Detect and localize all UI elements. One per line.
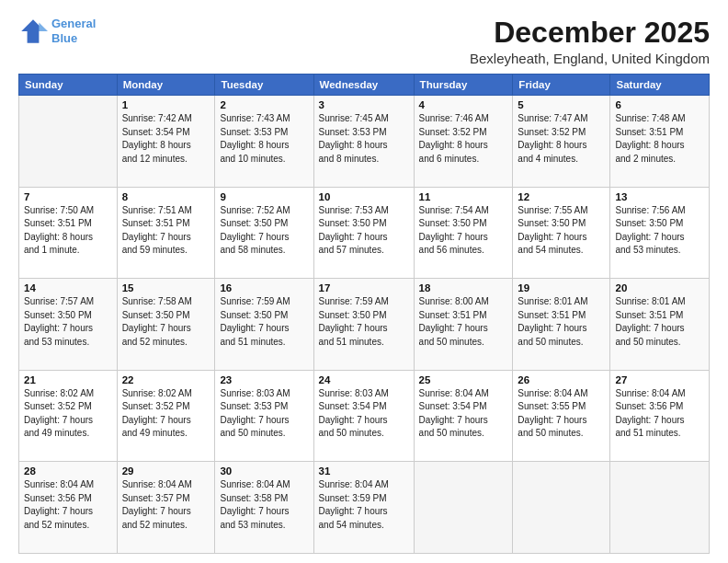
calendar-week-3: 21Sunrise: 8:02 AM Sunset: 3:52 PM Dayli…: [19, 370, 710, 462]
day-number: 28: [24, 465, 112, 477]
location: Bexleyheath, England, United Kingdom: [470, 51, 710, 66]
day-number: 6: [615, 99, 704, 110]
day-number: 16: [220, 282, 308, 293]
header: General Blue December 2025 Bexleyheath, …: [18, 17, 710, 66]
day-info: Sunrise: 7:53 AM Sunset: 3:50 PM Dayligh…: [319, 204, 409, 258]
day-number: 7: [24, 191, 112, 202]
day-number: 17: [319, 282, 409, 293]
day-info: Sunrise: 8:04 AM Sunset: 3:58 PM Dayligh…: [220, 478, 308, 532]
col-monday: Monday: [117, 75, 215, 96]
logo-icon: [18, 17, 48, 46]
day-number: 15: [122, 282, 210, 293]
day-number: 1: [122, 99, 210, 110]
calendar-cell: 10Sunrise: 7:53 AM Sunset: 3:50 PM Dayli…: [313, 187, 414, 279]
day-info: Sunrise: 8:04 AM Sunset: 3:56 PM Dayligh…: [24, 478, 112, 532]
day-number: 26: [518, 374, 605, 385]
day-info: Sunrise: 7:45 AM Sunset: 3:53 PM Dayligh…: [319, 112, 409, 166]
day-number: 3: [319, 99, 409, 110]
calendar-cell: 16Sunrise: 7:59 AM Sunset: 3:50 PM Dayli…: [215, 279, 313, 371]
svg-marker-1: [39, 22, 48, 31]
day-number: 10: [319, 191, 409, 202]
day-info: Sunrise: 7:56 AM Sunset: 3:50 PM Dayligh…: [615, 204, 704, 258]
day-info: Sunrise: 7:57 AM Sunset: 3:50 PM Dayligh…: [24, 295, 112, 349]
day-number: 31: [319, 465, 409, 477]
col-sunday: Sunday: [19, 75, 118, 96]
day-number: 27: [615, 374, 704, 385]
day-info: Sunrise: 8:02 AM Sunset: 3:52 PM Dayligh…: [122, 387, 210, 441]
day-info: Sunrise: 7:54 AM Sunset: 3:50 PM Dayligh…: [419, 204, 508, 258]
day-info: Sunrise: 7:59 AM Sunset: 3:50 PM Dayligh…: [319, 295, 409, 349]
day-number: 19: [518, 282, 605, 293]
day-number: 20: [615, 282, 704, 293]
calendar-cell: 2Sunrise: 7:43 AM Sunset: 3:53 PM Daylig…: [215, 96, 313, 188]
logo: General Blue: [18, 17, 96, 46]
calendar-cell: 6Sunrise: 7:48 AM Sunset: 3:51 PM Daylig…: [610, 96, 710, 188]
calendar-cell: 29Sunrise: 8:04 AM Sunset: 3:57 PM Dayli…: [117, 462, 215, 554]
day-info: Sunrise: 8:01 AM Sunset: 3:51 PM Dayligh…: [615, 295, 704, 349]
day-info: Sunrise: 7:42 AM Sunset: 3:54 PM Dayligh…: [122, 112, 210, 166]
day-info: Sunrise: 7:48 AM Sunset: 3:51 PM Dayligh…: [615, 112, 704, 166]
day-info: Sunrise: 8:02 AM Sunset: 3:52 PM Dayligh…: [24, 387, 112, 441]
calendar-cell: 30Sunrise: 8:04 AM Sunset: 3:58 PM Dayli…: [215, 462, 313, 554]
col-saturday: Saturday: [610, 75, 710, 96]
calendar-cell: 7Sunrise: 7:50 AM Sunset: 3:51 PM Daylig…: [19, 187, 118, 279]
day-info: Sunrise: 8:04 AM Sunset: 3:54 PM Dayligh…: [419, 387, 508, 441]
calendar-cell: 12Sunrise: 7:55 AM Sunset: 3:50 PM Dayli…: [513, 187, 610, 279]
day-info: Sunrise: 8:03 AM Sunset: 3:54 PM Dayligh…: [319, 387, 409, 441]
day-number: 25: [419, 374, 508, 385]
day-number: 21: [24, 374, 112, 385]
day-info: Sunrise: 7:55 AM Sunset: 3:50 PM Dayligh…: [518, 204, 605, 258]
calendar-cell: [610, 462, 710, 554]
month-title: December 2025: [470, 17, 710, 49]
logo-line1: General: [51, 17, 96, 30]
calendar-cell: 1Sunrise: 7:42 AM Sunset: 3:54 PM Daylig…: [117, 96, 215, 188]
day-info: Sunrise: 7:51 AM Sunset: 3:51 PM Dayligh…: [122, 204, 210, 258]
calendar-cell: 9Sunrise: 7:52 AM Sunset: 3:50 PM Daylig…: [215, 187, 313, 279]
day-info: Sunrise: 8:04 AM Sunset: 3:56 PM Dayligh…: [615, 387, 704, 441]
day-info: Sunrise: 8:04 AM Sunset: 3:55 PM Dayligh…: [518, 387, 605, 441]
calendar-week-1: 7Sunrise: 7:50 AM Sunset: 3:51 PM Daylig…: [19, 187, 710, 279]
header-row: Sunday Monday Tuesday Wednesday Thursday…: [19, 75, 710, 96]
col-wednesday: Wednesday: [313, 75, 414, 96]
calendar-week-4: 28Sunrise: 8:04 AM Sunset: 3:56 PM Dayli…: [19, 462, 710, 554]
calendar-cell: 13Sunrise: 7:56 AM Sunset: 3:50 PM Dayli…: [610, 187, 710, 279]
day-number: 30: [220, 465, 308, 477]
calendar-cell: 20Sunrise: 8:01 AM Sunset: 3:51 PM Dayli…: [610, 279, 710, 371]
col-tuesday: Tuesday: [215, 75, 313, 96]
calendar-cell: 14Sunrise: 7:57 AM Sunset: 3:50 PM Dayli…: [19, 279, 118, 371]
calendar-cell: 23Sunrise: 8:03 AM Sunset: 3:53 PM Dayli…: [215, 370, 313, 462]
day-info: Sunrise: 8:03 AM Sunset: 3:53 PM Dayligh…: [220, 387, 308, 441]
day-number: 22: [122, 374, 210, 385]
calendar-cell: [19, 96, 118, 188]
page: General Blue December 2025 Bexleyheath, …: [0, 0, 728, 563]
day-info: Sunrise: 8:01 AM Sunset: 3:51 PM Dayligh…: [518, 295, 605, 349]
day-number: 5: [518, 99, 605, 110]
day-number: 13: [615, 191, 704, 202]
day-number: 4: [419, 99, 508, 110]
calendar: Sunday Monday Tuesday Wednesday Thursday…: [18, 74, 710, 554]
day-number: 9: [220, 191, 308, 202]
day-number: 23: [220, 374, 308, 385]
col-friday: Friday: [513, 75, 610, 96]
calendar-cell: 11Sunrise: 7:54 AM Sunset: 3:50 PM Dayli…: [414, 187, 513, 279]
calendar-cell: 27Sunrise: 8:04 AM Sunset: 3:56 PM Dayli…: [610, 370, 710, 462]
calendar-cell: 17Sunrise: 7:59 AM Sunset: 3:50 PM Dayli…: [313, 279, 414, 371]
day-number: 14: [24, 282, 112, 293]
day-info: Sunrise: 8:04 AM Sunset: 3:57 PM Dayligh…: [122, 478, 210, 532]
calendar-week-0: 1Sunrise: 7:42 AM Sunset: 3:54 PM Daylig…: [19, 96, 710, 188]
day-info: Sunrise: 7:47 AM Sunset: 3:52 PM Dayligh…: [518, 112, 605, 166]
calendar-cell: 26Sunrise: 8:04 AM Sunset: 3:55 PM Dayli…: [513, 370, 610, 462]
day-number: 18: [419, 282, 508, 293]
day-info: Sunrise: 7:43 AM Sunset: 3:53 PM Dayligh…: [220, 112, 308, 166]
day-number: 8: [122, 191, 210, 202]
calendar-week-2: 14Sunrise: 7:57 AM Sunset: 3:50 PM Dayli…: [19, 279, 710, 371]
day-info: Sunrise: 7:59 AM Sunset: 3:50 PM Dayligh…: [220, 295, 308, 349]
day-info: Sunrise: 7:58 AM Sunset: 3:50 PM Dayligh…: [122, 295, 210, 349]
calendar-cell: 28Sunrise: 8:04 AM Sunset: 3:56 PM Dayli…: [19, 462, 118, 554]
day-info: Sunrise: 7:46 AM Sunset: 3:52 PM Dayligh…: [419, 112, 508, 166]
day-info: Sunrise: 7:52 AM Sunset: 3:50 PM Dayligh…: [220, 204, 308, 258]
day-info: Sunrise: 8:04 AM Sunset: 3:59 PM Dayligh…: [319, 478, 409, 532]
calendar-cell: 5Sunrise: 7:47 AM Sunset: 3:52 PM Daylig…: [513, 96, 610, 188]
calendar-cell: 19Sunrise: 8:01 AM Sunset: 3:51 PM Dayli…: [513, 279, 610, 371]
calendar-cell: 22Sunrise: 8:02 AM Sunset: 3:52 PM Dayli…: [117, 370, 215, 462]
